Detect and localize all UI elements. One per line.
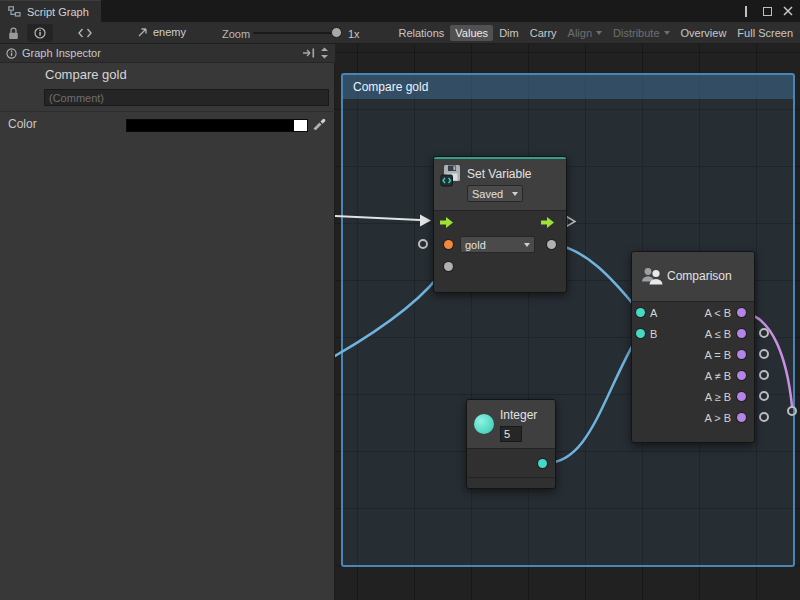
node-title: Comparison [667,269,732,283]
comparison-row: A A < B [632,302,754,323]
variable-name-port[interactable] [444,240,453,249]
dock-icon[interactable] [303,48,315,58]
variable-scope-value: Saved [472,188,503,200]
save-variable-icon [440,164,464,188]
graph-inspector-title: Graph Inspector [22,47,101,59]
wire-integer-to-comparison-b[interactable] [544,334,639,463]
integer-icon [474,414,494,434]
comparison-header[interactable]: Comparison [632,252,754,302]
comparison-row: B A ≤ B [632,323,754,344]
output-label: A ≤ B [705,328,731,340]
integer-output-port[interactable] [538,459,547,468]
output-label: A = B [704,349,731,361]
comment-input[interactable] [44,89,329,106]
toolbar-button-values[interactable]: Values [450,25,493,41]
output-port-a-gte-b[interactable] [737,392,746,401]
zoom-slider-handle[interactable] [331,27,342,38]
machine-breadcrumb[interactable]: enemy [138,26,186,38]
toolbar-button-overview[interactable]: Overview [676,25,732,41]
node-set-variable[interactable]: Set Variable Saved gold [433,156,567,293]
value-output-port[interactable] [547,240,556,249]
integer-header[interactable]: Integer [467,400,555,449]
toolbar-button-relations[interactable]: Relations [393,25,449,41]
set-variable-body: gold [434,211,566,290]
unconnected-port-indicator[interactable] [759,349,769,359]
graph-canvas[interactable]: Compare gold [335,44,800,600]
eyedropper-icon[interactable] [312,115,327,130]
collapse-expand-icon[interactable] [320,47,329,59]
variable-name-dropdown[interactable]: gold [460,236,535,253]
lock-icon[interactable] [8,27,19,40]
value-input-port[interactable] [444,262,453,271]
machine-arrow-icon [138,27,148,37]
zoom-slider-track[interactable] [253,32,339,34]
unconnected-port-indicator[interactable] [418,239,428,249]
output-label: A ≥ B [705,391,731,403]
set-variable-header[interactable]: Set Variable Saved [434,159,566,211]
output-port-a-eq-b[interactable] [737,350,746,359]
tab-script-graph[interactable]: Script Graph [0,0,101,22]
integer-value-field[interactable] [500,426,522,442]
chevron-down-icon [664,31,670,35]
output-port-a-neq-b[interactable] [737,371,746,380]
script-graph-icon [8,6,21,17]
toolbar-button-carry[interactable]: Carry [525,25,562,41]
output-label: A ≠ B [705,370,731,382]
graph-inspector-panel: Graph Inspector Compare gold Color [0,44,335,600]
output-label: A < B [704,307,731,319]
node-comparison[interactable]: Comparison A A < B B A ≤ B [631,251,755,443]
comparison-icon [639,266,665,287]
comparison-body: A A < B B A ≤ B A = B [632,302,754,428]
info-icon [6,48,17,59]
output-port-a-lte-b[interactable] [737,329,746,338]
minimize-icon[interactable] [740,5,752,17]
flow-output-port[interactable] [541,217,554,228]
zoom-value: 1x [348,28,360,40]
unconnected-port-indicator[interactable] [759,370,769,380]
variable-name-value: gold [465,239,486,251]
input-port-a[interactable] [636,308,645,317]
maximize-icon[interactable] [761,5,773,17]
toolbar-button-label: Align [568,27,592,39]
color-alpha-segment [294,120,307,131]
flow-connection-arrow[interactable] [335,215,431,227]
script-graph-window: Script Graph enemy Zoom [0,0,800,600]
title-bar: Script Graph [0,0,800,22]
wire-endpoint-indicator[interactable] [787,406,797,416]
integer-footer [467,477,555,487]
graph-toolbar: enemy Zoom 1x Relations Values Dim Carry… [0,22,800,44]
toolbar-button-fullscreen[interactable]: Full Screen [732,25,798,41]
color-swatch[interactable] [126,119,308,132]
output-port-a-lt-b[interactable] [737,308,746,317]
comparison-row: A ≠ B [632,365,754,386]
code-view-icon[interactable] [78,28,92,38]
flow-input-port[interactable] [440,217,453,228]
window-controls [740,0,794,22]
output-label: A > B [704,412,731,424]
chevron-down-icon [512,192,518,196]
input-label-b: B [650,328,657,340]
toolbar-button-align[interactable]: Align [563,25,607,41]
input-label-a: A [650,307,657,319]
output-port-a-gt-b[interactable] [737,413,746,422]
toolbar-button-dim[interactable]: Dim [494,25,524,41]
inspector-toggle-button[interactable] [27,24,53,42]
toolbar-button-label: Distribute [613,27,659,39]
node-title: Set Variable [467,167,531,181]
input-port-b[interactable] [636,329,645,338]
unconnected-port-indicator[interactable] [759,412,769,422]
unconnected-port-indicator[interactable] [759,328,769,338]
close-icon[interactable] [782,5,794,17]
toolbar-buttons: Relations Values Dim Carry Align Distrib… [393,23,798,43]
comparison-row: A = B [632,344,754,365]
unconnected-port-indicator[interactable] [759,391,769,401]
node-integer[interactable]: Integer [466,399,556,489]
integer-body [467,449,555,477]
divider [0,111,335,112]
color-label: Color [8,117,37,131]
toolbar-button-distribute[interactable]: Distribute [608,25,674,41]
variable-scope-dropdown[interactable]: Saved [467,185,523,202]
comparison-row: A ≥ B [632,386,754,407]
wire-value-to-setvar[interactable] [335,266,446,356]
chevron-down-icon [524,243,530,247]
